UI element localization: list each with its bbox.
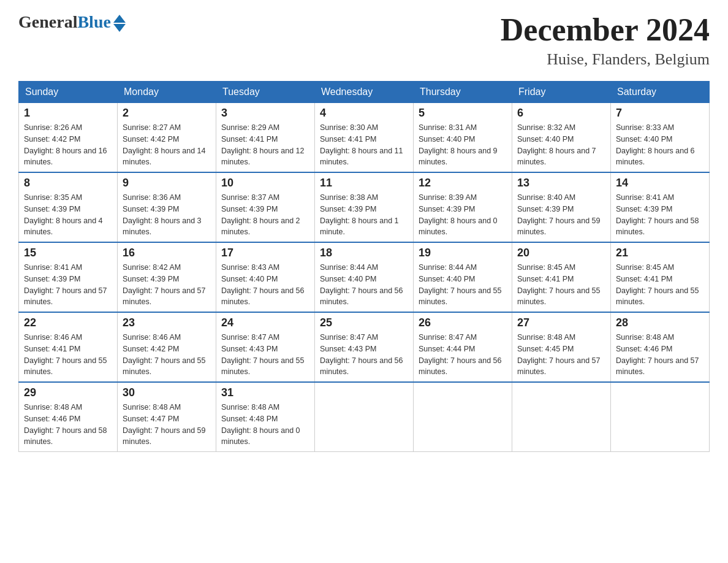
sunrise-label: Sunrise: 8:48 AM (517, 333, 575, 342)
calendar-cell: 6 Sunrise: 8:32 AM Sunset: 4:40 PM Dayli… (512, 103, 611, 173)
sunset-label: Sunset: 4:39 PM (419, 205, 475, 213)
sunrise-label: Sunrise: 8:33 AM (616, 123, 674, 132)
sunrise-label: Sunrise: 8:31 AM (419, 123, 477, 132)
day-info: Sunrise: 8:44 AM Sunset: 4:40 PM Dayligh… (320, 262, 408, 308)
day-number: 20 (517, 247, 605, 259)
calendar-cell: 2 Sunrise: 8:27 AM Sunset: 4:42 PM Dayli… (118, 103, 216, 173)
day-number: 16 (123, 247, 211, 259)
sunset-label: Sunset: 4:39 PM (221, 205, 278, 213)
day-info: Sunrise: 8:36 AM Sunset: 4:39 PM Dayligh… (123, 192, 211, 238)
sunset-label: Sunset: 4:41 PM (221, 135, 278, 144)
daylight-label: Daylight: 7 hours and 56 minutes. (419, 356, 502, 377)
sunrise-label: Sunrise: 8:45 AM (616, 263, 674, 272)
day-info: Sunrise: 8:45 AM Sunset: 4:41 PM Dayligh… (616, 262, 704, 308)
day-number: 22 (24, 316, 112, 329)
daylight-label: Daylight: 8 hours and 2 minutes. (221, 216, 300, 237)
calendar-cell (512, 382, 611, 452)
calendar-cell: 10 Sunrise: 8:37 AM Sunset: 4:39 PM Dayl… (216, 172, 315, 242)
calendar-header-row: SundayMondayTuesdayWednesdayThursdayFrid… (19, 82, 710, 103)
sunset-label: Sunset: 4:48 PM (221, 415, 278, 423)
daylight-label: Daylight: 8 hours and 9 minutes. (419, 147, 498, 167)
sunset-label: Sunset: 4:47 PM (123, 415, 179, 423)
day-number: 7 (616, 107, 704, 120)
calendar-cell: 31 Sunrise: 8:48 AM Sunset: 4:48 PM Dayl… (216, 382, 315, 452)
location-title: Huise, Flanders, Belgium (501, 50, 710, 69)
sunset-label: Sunset: 4:40 PM (616, 135, 672, 144)
day-info: Sunrise: 8:33 AM Sunset: 4:40 PM Dayligh… (616, 122, 704, 168)
sunset-label: Sunset: 4:42 PM (123, 135, 179, 144)
calendar-cell (315, 382, 414, 452)
page-header: General Blue December 2024 Huise, Flande… (18, 12, 710, 69)
day-number: 9 (123, 177, 211, 190)
logo-general-text: General (18, 12, 77, 32)
calendar-week-row: 22 Sunrise: 8:46 AM Sunset: 4:41 PM Dayl… (19, 312, 710, 382)
daylight-label: Daylight: 8 hours and 16 minutes. (24, 147, 107, 167)
day-info: Sunrise: 8:48 AM Sunset: 4:47 PM Dayligh… (123, 402, 211, 448)
day-number: 23 (123, 316, 211, 329)
sunrise-label: Sunrise: 8:44 AM (419, 263, 477, 272)
daylight-label: Daylight: 7 hours and 55 minutes. (616, 286, 699, 307)
daylight-label: Daylight: 7 hours and 57 minutes. (24, 286, 107, 307)
sunrise-label: Sunrise: 8:29 AM (221, 123, 279, 132)
calendar-cell: 7 Sunrise: 8:33 AM Sunset: 4:40 PM Dayli… (611, 103, 710, 173)
daylight-label: Daylight: 7 hours and 59 minutes. (517, 216, 601, 237)
calendar-cell: 21 Sunrise: 8:45 AM Sunset: 4:41 PM Dayl… (611, 242, 710, 312)
day-number: 15 (24, 247, 112, 259)
day-number: 25 (320, 316, 408, 329)
day-number: 27 (517, 316, 605, 329)
calendar-cell: 24 Sunrise: 8:47 AM Sunset: 4:43 PM Dayl… (216, 312, 315, 382)
daylight-label: Daylight: 8 hours and 11 minutes. (320, 147, 403, 167)
sunrise-label: Sunrise: 8:48 AM (123, 403, 181, 412)
sunrise-label: Sunrise: 8:47 AM (419, 333, 477, 342)
day-number: 29 (24, 386, 112, 399)
calendar-cell: 26 Sunrise: 8:47 AM Sunset: 4:44 PM Dayl… (414, 312, 512, 382)
day-number: 5 (419, 107, 507, 120)
logo: General Blue (18, 12, 126, 32)
calendar-week-row: 1 Sunrise: 8:26 AM Sunset: 4:42 PM Dayli… (19, 103, 710, 173)
day-info: Sunrise: 8:32 AM Sunset: 4:40 PM Dayligh… (517, 122, 605, 168)
sunset-label: Sunset: 4:39 PM (320, 205, 376, 213)
calendar-cell (611, 382, 710, 452)
day-number: 21 (616, 247, 704, 259)
calendar-cell: 13 Sunrise: 8:40 AM Sunset: 4:39 PM Dayl… (512, 172, 611, 242)
calendar-cell: 20 Sunrise: 8:45 AM Sunset: 4:41 PM Dayl… (512, 242, 611, 312)
day-info: Sunrise: 8:45 AM Sunset: 4:41 PM Dayligh… (517, 262, 605, 308)
weekday-header-monday: Monday (118, 82, 216, 103)
day-info: Sunrise: 8:47 AM Sunset: 4:43 PM Dayligh… (221, 332, 309, 378)
calendar-cell (414, 382, 512, 452)
day-number: 31 (221, 386, 309, 399)
calendar-week-row: 15 Sunrise: 8:41 AM Sunset: 4:39 PM Dayl… (19, 242, 710, 312)
calendar-cell: 14 Sunrise: 8:41 AM Sunset: 4:39 PM Dayl… (611, 172, 710, 242)
calendar-cell: 9 Sunrise: 8:36 AM Sunset: 4:39 PM Dayli… (118, 172, 216, 242)
daylight-label: Daylight: 7 hours and 58 minutes. (616, 216, 699, 237)
sunrise-label: Sunrise: 8:43 AM (221, 263, 279, 272)
sunset-label: Sunset: 4:39 PM (24, 275, 80, 283)
sunrise-label: Sunrise: 8:30 AM (320, 123, 378, 132)
sunrise-label: Sunrise: 8:26 AM (24, 123, 82, 132)
sunset-label: Sunset: 4:40 PM (221, 275, 278, 283)
sunset-label: Sunset: 4:41 PM (24, 345, 80, 353)
day-info: Sunrise: 8:42 AM Sunset: 4:39 PM Dayligh… (123, 262, 211, 308)
sunrise-label: Sunrise: 8:48 AM (24, 403, 82, 412)
daylight-label: Daylight: 7 hours and 55 minutes. (419, 286, 502, 307)
sunset-label: Sunset: 4:41 PM (320, 135, 376, 144)
day-info: Sunrise: 8:48 AM Sunset: 4:46 PM Dayligh… (616, 332, 704, 378)
daylight-label: Daylight: 7 hours and 57 minutes. (616, 356, 699, 377)
calendar-cell: 5 Sunrise: 8:31 AM Sunset: 4:40 PM Dayli… (414, 103, 512, 173)
calendar-week-row: 8 Sunrise: 8:35 AM Sunset: 4:39 PM Dayli… (19, 172, 710, 242)
sunset-label: Sunset: 4:42 PM (24, 135, 80, 144)
sunset-label: Sunset: 4:43 PM (221, 345, 278, 353)
daylight-label: Daylight: 8 hours and 0 minutes. (419, 216, 498, 237)
calendar-table: SundayMondayTuesdayWednesdayThursdayFrid… (18, 81, 710, 452)
calendar-cell: 3 Sunrise: 8:29 AM Sunset: 4:41 PM Dayli… (216, 103, 315, 173)
daylight-label: Daylight: 7 hours and 59 minutes. (123, 426, 206, 446)
calendar-cell: 19 Sunrise: 8:44 AM Sunset: 4:40 PM Dayl… (414, 242, 512, 312)
calendar-cell: 8 Sunrise: 8:35 AM Sunset: 4:39 PM Dayli… (19, 172, 118, 242)
sunset-label: Sunset: 4:39 PM (24, 205, 80, 213)
sunrise-label: Sunrise: 8:48 AM (616, 333, 674, 342)
sunset-label: Sunset: 4:39 PM (123, 275, 179, 283)
sunset-label: Sunset: 4:40 PM (517, 135, 574, 144)
sunrise-label: Sunrise: 8:32 AM (517, 123, 575, 132)
calendar-cell: 17 Sunrise: 8:43 AM Sunset: 4:40 PM Dayl… (216, 242, 315, 312)
day-info: Sunrise: 8:46 AM Sunset: 4:42 PM Dayligh… (123, 332, 211, 378)
